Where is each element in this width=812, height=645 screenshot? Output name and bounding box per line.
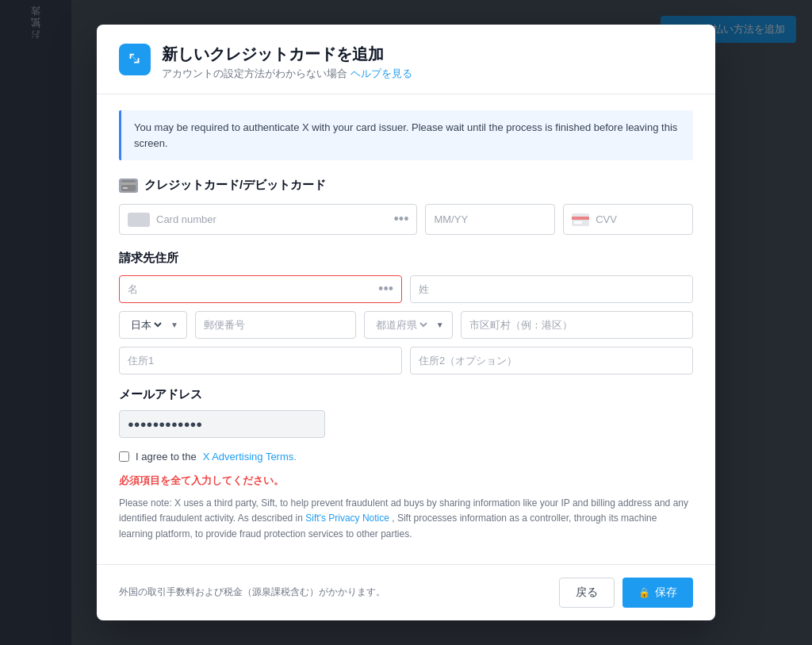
card-number-field[interactable]: Card number ••• xyxy=(119,204,417,235)
credit-card-icon xyxy=(119,179,138,193)
arrow-icon xyxy=(126,51,144,68)
postal-input[interactable] xyxy=(195,311,356,339)
modal-header: 新しいクレジットカードを追加 アカウントの設定方法がわからない場合 ヘルプを見る xyxy=(97,25,715,94)
card-placeholder-icon xyxy=(128,213,150,227)
cvv-icon xyxy=(572,213,589,226)
info-banner: You may be required to authenticate X wi… xyxy=(119,110,693,160)
email-section-title: メールアドレス xyxy=(119,387,693,402)
city-input[interactable] xyxy=(461,311,693,339)
address1-input[interactable] xyxy=(119,347,402,374)
card-number-text: Card number xyxy=(156,213,385,225)
country-chevron-icon: ▼ xyxy=(170,321,178,329)
help-link[interactable]: ヘルプを見る xyxy=(350,67,412,79)
footer-notice: 外国の取引手数料および税金（源泉課税含む）がかかります。 xyxy=(119,585,385,599)
cvv-placeholder: CVV xyxy=(596,213,617,225)
modal-title-area: 新しいクレジットカードを追加 アカウントの設定方法がわからない場合 ヘルプを見る xyxy=(162,44,412,81)
terms-link[interactable]: X Advertising Terms. xyxy=(203,451,297,463)
name-row: ••• xyxy=(119,275,693,303)
svg-rect-5 xyxy=(574,221,582,224)
card-fields-row: Card number ••• MM/YY xyxy=(119,204,693,235)
expiry-placeholder: MM/YY xyxy=(434,213,468,225)
modal-dialog: 新しいクレジットカードを追加 アカウントの設定方法がわからない場合 ヘルプを見る… xyxy=(97,25,715,620)
modal-footer: 外国の取引手数料および税金（源泉課税含む）がかかります。 戻る 🔒 保存 xyxy=(97,564,715,620)
svg-rect-4 xyxy=(572,217,589,220)
modal-title: 新しいクレジットカードを追加 xyxy=(162,44,412,65)
modal-subtitle: アカウントの設定方法がわからない場合 ヘルプを見る xyxy=(162,67,412,81)
footer-buttons: 戻る 🔒 保存 xyxy=(559,578,693,608)
save-label: 保存 xyxy=(655,585,677,600)
address-row xyxy=(119,347,693,374)
modal-body: You may be required to authenticate X wi… xyxy=(97,94,715,564)
save-button[interactable]: 🔒 保存 xyxy=(622,578,693,608)
address2-input[interactable] xyxy=(410,347,693,374)
svg-rect-0 xyxy=(121,180,136,191)
modal-overlay: 新しいクレジットカードを追加 アカウントの設定方法がわからない場合 ヘルプを見る… xyxy=(0,0,812,645)
country-row: 日本 ▼ 都道府県 ▼ xyxy=(119,311,693,339)
sift-privacy-link[interactable]: Sift's Privacy Notice xyxy=(305,513,389,524)
dots-icon: ••• xyxy=(394,211,409,228)
country-select[interactable]: 日本 xyxy=(128,318,164,332)
back-button[interactable]: 戻る xyxy=(559,578,615,608)
expiry-field[interactable]: MM/YY xyxy=(425,204,555,235)
terms-checkbox[interactable] xyxy=(119,451,129,462)
lock-icon: 🔒 xyxy=(638,587,650,598)
prefecture-select[interactable]: 都道府県 xyxy=(373,318,430,332)
svg-rect-2 xyxy=(123,187,128,189)
first-name-container[interactable]: ••• xyxy=(119,275,402,303)
terms-row: I agree to the X Advertising Terms. xyxy=(119,451,693,463)
card-section-title: クレジットカード/デビットカード xyxy=(119,178,693,193)
country-select-wrap[interactable]: 日本 ▼ xyxy=(119,311,187,339)
email-input[interactable] xyxy=(119,410,325,438)
terms-label-text: I agree to the xyxy=(136,451,197,463)
prefecture-chevron-icon: ▼ xyxy=(436,321,444,329)
modal-icon xyxy=(119,44,151,75)
notice-text: Please note: X uses a third party, Sift,… xyxy=(119,496,693,542)
svg-rect-1 xyxy=(121,182,136,185)
last-name-input[interactable] xyxy=(410,275,693,303)
cvv-field[interactable]: CVV xyxy=(563,204,693,235)
prefecture-select-wrap[interactable]: 都道府県 ▼ xyxy=(364,311,453,339)
first-name-input[interactable] xyxy=(128,276,375,302)
first-name-dots-icon: ••• xyxy=(378,281,393,298)
billing-section-title: 請求先住所 xyxy=(119,251,693,266)
error-message: 必須項目を全て入力してください。 xyxy=(119,474,693,488)
